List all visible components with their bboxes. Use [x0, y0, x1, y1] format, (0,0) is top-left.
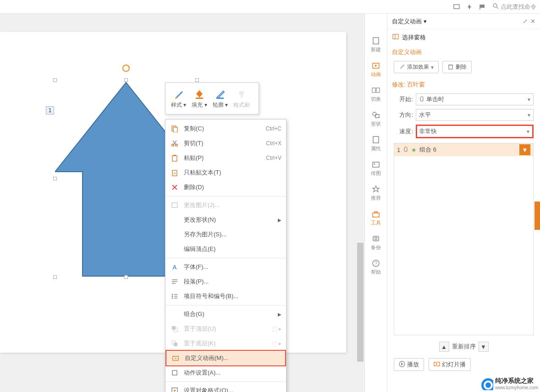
side-tab[interactable] — [534, 201, 540, 230]
nav-new[interactable]: 新建 — [364, 32, 387, 57]
transition-icon — [371, 86, 380, 95]
scrollbar-thumb[interactable] — [357, 243, 364, 362]
cm-paste-text[interactable]: A 只粘贴文本(T) — [165, 165, 286, 180]
mouse-trigger-icon — [403, 147, 408, 153]
cm-font[interactable]: A 字体(F)... — [165, 260, 286, 274]
speed-dropdown[interactable]: 非常快 ▼ — [416, 125, 534, 138]
cm-paragraph[interactable]: 段落(P)... — [165, 274, 286, 289]
handle-tm[interactable] — [124, 78, 128, 82]
copy-icon — [170, 124, 179, 133]
trash-icon — [447, 63, 454, 71]
start-row: 开始: 单击时 ▼ — [387, 92, 540, 107]
nav-transition[interactable]: 切换 — [364, 82, 387, 106]
screen-icon[interactable] — [451, 1, 462, 12]
svg-line-4 — [496, 7, 498, 9]
effect-buttons: 添加效果 ▾ 删除 — [387, 59, 540, 78]
add-effect-button[interactable]: 添加效果 ▾ — [394, 61, 439, 73]
handle-bl[interactable] — [53, 275, 57, 279]
delete-effect-button[interactable]: 删除 — [442, 61, 472, 73]
move-down-button[interactable]: ▼ — [479, 342, 489, 352]
start-dropdown[interactable]: 单击时 ▼ — [416, 93, 534, 105]
properties-icon — [371, 135, 380, 144]
paragraph-icon — [170, 277, 179, 286]
cm-bullets[interactable]: 项目符号和编号(B)... — [165, 289, 286, 304]
toolbox-icon — [371, 209, 380, 218]
svg-rect-13 — [173, 127, 177, 132]
side-nav: 新建 动画 切换 形状 属性 传图 推荐 工具 备份 ? 帮助 — [364, 14, 387, 392]
item-dropdown-button[interactable]: ▼ — [519, 144, 530, 155]
handle-tl[interactable] — [53, 78, 57, 82]
cm-group[interactable]: 组合(G) ▶ — [165, 307, 286, 321]
close-icon[interactable]: ✕ — [530, 18, 535, 25]
cm-action-settings[interactable]: 动作设置(A)... — [165, 365, 286, 380]
nav-help[interactable]: ? 帮助 — [364, 255, 387, 279]
nav-tools[interactable]: 工具 — [364, 205, 387, 230]
modify-section: 修改: 百叶窗 — [387, 78, 540, 92]
svg-rect-46 — [376, 88, 380, 93]
play-button[interactable]: 播放 — [394, 358, 424, 371]
rotate-handle[interactable] — [121, 64, 131, 74]
cm-separator — [165, 196, 286, 196]
animation-panel: 自定义动画 ▾ ⤢ ✕ 选择窗格 自定义动画 添加效果 ▾ 删除 修改: 百叶窗… — [387, 14, 540, 392]
cut-icon — [170, 139, 179, 148]
shape-icon — [371, 110, 380, 120]
submenu-arrow-icon: ▶ — [278, 218, 281, 223]
cm-edit-points[interactable]: 编辑顶点(E) — [165, 242, 286, 256]
pin-icon[interactable] — [464, 1, 475, 12]
slideshow-button[interactable]: 幻灯片播 — [429, 358, 471, 371]
svg-point-51 — [374, 163, 375, 164]
nav-animation[interactable]: 动画 — [364, 57, 387, 82]
nav-recommend[interactable]: 推荐 — [364, 180, 387, 205]
format-painter-icon — [236, 88, 248, 100]
mini-toolbar: 样式 ▾ 填充 ▾ 轮廓 ▾ 格式刷 — [165, 82, 259, 114]
svg-point-3 — [493, 4, 497, 7]
fill-icon — [193, 88, 205, 100]
animation-icon — [171, 354, 180, 363]
watermark: 纯净系统之家 www.kzmyhome.com — [480, 377, 538, 390]
change-pic-icon — [170, 201, 179, 210]
svg-rect-62 — [420, 97, 423, 101]
nav-upload-pic[interactable]: 传图 — [364, 156, 387, 180]
svg-text:A: A — [172, 264, 177, 271]
svg-rect-52 — [373, 213, 379, 217]
cm-save-as-pic[interactable]: 另存为图片(S)... — [165, 227, 286, 242]
direction-dropdown[interactable]: 水平 ▼ — [416, 109, 534, 121]
format-painter-button[interactable]: 格式刷 — [231, 87, 253, 110]
format-icon — [170, 386, 179, 392]
cm-copy[interactable]: 复制(C) Ctrl+C — [165, 121, 286, 136]
animation-icon — [371, 61, 380, 70]
custom-anim-section: 自定义动画 — [387, 45, 540, 59]
svg-rect-1 — [480, 5, 485, 8]
svg-rect-58 — [393, 34, 398, 39]
collapse-icon[interactable]: ⤢ — [523, 18, 528, 25]
cm-paste[interactable]: 粘贴(P) Ctrl+V — [165, 151, 286, 165]
nav-shape[interactable]: 形状 — [364, 106, 387, 131]
handle-ml[interactable] — [53, 177, 57, 180]
animation-sequence-tag[interactable]: 1 — [46, 106, 54, 114]
animation-list-item[interactable]: 1 ★ 组合 6 ▼ — [394, 143, 533, 156]
handle-bm[interactable] — [124, 275, 128, 279]
nav-properties[interactable]: 属性 — [364, 131, 387, 156]
nav-backup[interactable]: 备份 — [364, 230, 387, 255]
svg-rect-8 — [196, 98, 203, 99]
cm-custom-animation[interactable]: 自定义动画(M)... — [165, 350, 286, 366]
flag-icon[interactable] — [477, 1, 488, 12]
outline-dropdown[interactable]: 轮廓 ▾ — [210, 87, 231, 110]
move-up-button[interactable]: ▲ — [439, 342, 449, 352]
fill-dropdown[interactable]: 填充 ▾ — [189, 87, 209, 110]
cm-delete[interactable]: 删除(D) — [165, 180, 286, 195]
svg-point-47 — [373, 112, 376, 116]
panel-title: 自定义动画 ▾ — [392, 17, 427, 26]
cm-change-shape[interactable]: 更改形状(N) ▶ — [165, 212, 286, 227]
panel-header: 自定义动画 ▾ ⤢ ✕ — [387, 14, 540, 29]
star-icon — [371, 185, 380, 194]
select-pane-button[interactable]: 选择窗格 — [387, 29, 540, 45]
cm-cut[interactable]: 剪切(T) Ctrl+X — [165, 136, 286, 151]
wand-icon — [399, 63, 405, 71]
handle-tr[interactable] — [195, 78, 199, 82]
vertical-scrollbar[interactable] — [356, 14, 364, 392]
cm-format-object[interactable]: 设置对象格式(O)... — [165, 383, 286, 392]
svg-rect-11 — [241, 95, 242, 98]
search-command[interactable]: 点此查找命令 — [492, 3, 536, 11]
style-dropdown[interactable]: 样式 ▾ — [168, 87, 189, 110]
